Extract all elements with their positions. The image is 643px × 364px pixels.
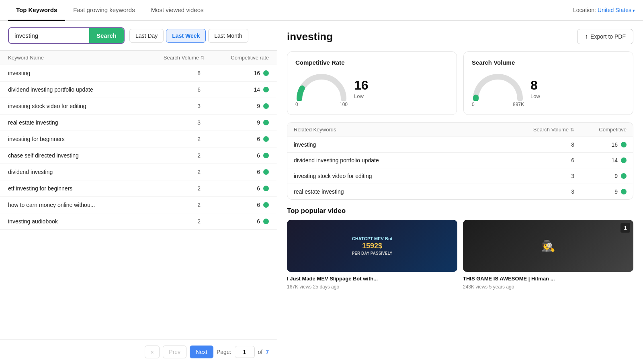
tab-most-viewed[interactable]: Most viewed videos xyxy=(143,0,212,21)
row-keyword-name: investing audiobook xyxy=(8,218,148,225)
table-row[interactable]: real estate investing 3 9 xyxy=(0,115,277,131)
location-selector: Location: United States xyxy=(573,7,635,13)
row-keyword-name: real estate investing xyxy=(8,119,148,126)
rel-competitive: 14 xyxy=(574,157,627,164)
rel-competitive: 9 xyxy=(574,173,627,179)
comp-rate-min: 0 xyxy=(295,102,298,107)
table-row[interactable]: investing for beginners 2 6 xyxy=(0,131,277,147)
right-panel: investing ↑ Export to PDF Competitive Ra… xyxy=(277,21,643,364)
video-meta-2: 243K views 5 years ago xyxy=(463,284,633,290)
row-rate: 14 xyxy=(205,86,269,93)
row-keyword-name: etf investing for beginners xyxy=(8,185,148,192)
rate-dot xyxy=(263,120,269,125)
row-rate: 6 xyxy=(205,202,269,208)
row-rate: 6 xyxy=(205,169,269,175)
location-value[interactable]: United States xyxy=(598,7,635,13)
video-title-2: THIS GAME IS AWESOME | Hitman ... xyxy=(463,275,633,282)
search-input-wrap: Search xyxy=(8,27,125,44)
video-card-2[interactable]: 🕵️ 1 THIS GAME IS AWESOME | Hitman ... 2… xyxy=(463,220,633,290)
video-thumb-content-2: 🕵️ xyxy=(541,239,555,253)
row-rate: 6 xyxy=(205,152,269,159)
page-input[interactable] xyxy=(235,346,255,358)
search-button[interactable]: Search xyxy=(89,28,124,43)
keyword-table: investing 8 16 dividend investing portfo… xyxy=(0,65,277,339)
search-volume-gauge xyxy=(472,71,524,101)
rel-dot xyxy=(621,189,627,194)
related-rows: investing 8 16 dividend investing portfo… xyxy=(287,137,633,199)
row-rate: 16 xyxy=(205,70,269,76)
export-pdf-button[interactable]: ↑ Export to PDF xyxy=(577,29,633,44)
table-row[interactable]: investing audiobook 2 6 xyxy=(0,213,277,230)
time-filter-last-month[interactable]: Last Month xyxy=(208,29,248,43)
video-thumb-2: 🕵️ 1 xyxy=(463,220,633,272)
tab-fast-growing[interactable]: Fast growing keywords xyxy=(65,0,143,21)
row-keyword-name: investing for beginners xyxy=(8,136,148,142)
competitive-rate-value-block: 16 Low xyxy=(354,79,369,99)
row-keyword-name: investing xyxy=(8,70,148,76)
time-filter-last-day[interactable]: Last Day xyxy=(129,29,164,43)
table-row[interactable]: dividend investing 2 6 xyxy=(0,164,277,180)
rel-volume: 8 xyxy=(522,141,574,148)
video-card-1[interactable]: CHATGPT MEV Bot 1592$ PER DAY PASSIVELY … xyxy=(287,220,457,290)
search-vol-max: 897K xyxy=(513,102,524,107)
related-header: Related Keywords Search Volume ⇅ Competi… xyxy=(287,123,633,137)
of-label: of xyxy=(258,349,263,355)
time-filter-last-week[interactable]: Last Week xyxy=(166,29,206,43)
rate-dot xyxy=(263,70,269,76)
related-keywords-card: Related Keywords Search Volume ⇅ Competi… xyxy=(287,122,633,200)
video-thumb-content-1: CHATGPT MEV Bot 1592$ PER DAY PASSIVELY xyxy=(352,236,393,256)
competitive-rate-label: Low xyxy=(354,93,364,99)
table-row[interactable]: how to earn money online withou... 2 6 xyxy=(0,197,277,213)
row-keyword-name: investing stock video for editing xyxy=(8,103,148,109)
next-page-button[interactable]: Next xyxy=(190,346,213,358)
rate-dot xyxy=(263,219,269,224)
top-navigation: Top Keywords Fast growing keywords Most … xyxy=(0,0,643,21)
search-volume-value: 8 xyxy=(530,79,538,92)
total-pages: 7 xyxy=(266,349,269,355)
video-grid: CHATGPT MEV Bot 1592$ PER DAY PASSIVELY … xyxy=(287,220,633,290)
first-page-button[interactable]: « xyxy=(145,346,160,358)
table-row[interactable]: dividend investing portfolio update 6 14 xyxy=(0,82,277,98)
rate-dot xyxy=(263,87,269,92)
related-row[interactable]: real estate investing 3 9 xyxy=(287,184,633,199)
related-row[interactable]: investing stock video for editing 3 9 xyxy=(287,168,633,184)
rel-volume: 3 xyxy=(522,173,574,179)
row-volume: 2 xyxy=(148,218,205,225)
table-row[interactable]: chase self directed investing 2 6 xyxy=(0,147,277,164)
video-thumb-1: CHATGPT MEV Bot 1592$ PER DAY PASSIVELY xyxy=(287,220,457,272)
search-volume-label: Low xyxy=(530,93,540,99)
row-volume: 8 xyxy=(148,70,205,76)
related-row[interactable]: investing 8 16 xyxy=(287,137,633,153)
related-sort-icon[interactable]: ⇅ xyxy=(570,127,574,133)
row-volume: 2 xyxy=(148,185,205,192)
gauge-row: Competitive Rate xyxy=(287,51,633,115)
rel-keyword-name: dividend investing portfolio update xyxy=(294,157,522,164)
table-row[interactable]: etf investing for beginners 2 6 xyxy=(0,180,277,197)
rate-dot xyxy=(263,136,269,142)
row-keyword-name: dividend investing portfolio update xyxy=(8,86,148,93)
row-volume: 6 xyxy=(148,86,205,93)
table-row[interactable]: investing stock video for editing 3 9 xyxy=(0,98,277,115)
location-label-text: Location: xyxy=(573,7,596,13)
sort-icon[interactable]: ⇅ xyxy=(201,55,205,61)
main-content: Search Last Day Last Week Last Month Key… xyxy=(0,21,643,364)
video-badge-2: 1 xyxy=(620,223,630,233)
competitive-rate-value: 16 xyxy=(354,79,369,92)
table-row[interactable]: investing 8 16 xyxy=(0,65,277,82)
rel-keyword-name: real estate investing xyxy=(294,188,522,195)
competitive-rate-title: Competitive Rate xyxy=(295,59,448,66)
export-icon: ↑ xyxy=(585,33,588,40)
time-filter-group: Last Day Last Week Last Month xyxy=(129,29,248,43)
competitive-rate-card: Competitive Rate xyxy=(287,51,457,115)
rate-dot xyxy=(263,169,269,175)
related-row[interactable]: dividend investing portfolio update 6 14 xyxy=(287,153,633,168)
popular-videos-section: Top popular video CHATGPT MEV Bot 1592$ … xyxy=(287,207,633,290)
search-input[interactable] xyxy=(9,28,89,43)
tab-top-keywords[interactable]: Top Keywords xyxy=(8,0,65,21)
rel-competitive: 16 xyxy=(574,141,627,148)
rel-dot xyxy=(621,157,627,163)
rate-dot xyxy=(263,186,269,191)
right-header: investing ↑ Export to PDF xyxy=(287,29,633,44)
row-volume: 3 xyxy=(148,103,205,109)
prev-page-button[interactable]: Prev xyxy=(163,346,186,358)
